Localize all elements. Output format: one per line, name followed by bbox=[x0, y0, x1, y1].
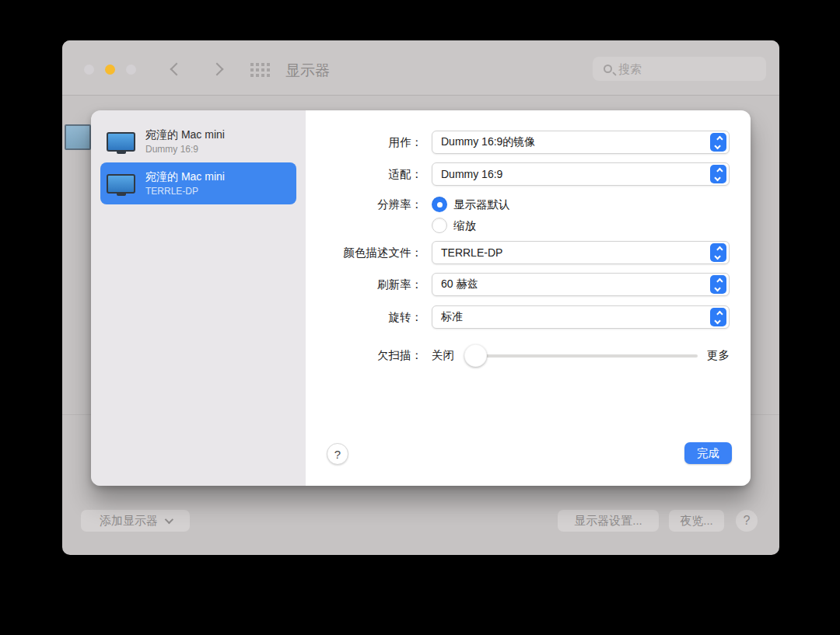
rotation-value: 标准 bbox=[441, 310, 463, 324]
zoom-button[interactable] bbox=[126, 65, 136, 75]
back-icon[interactable] bbox=[170, 63, 184, 76]
optimize-for-label: 适配： bbox=[306, 167, 422, 182]
refresh-rate-label: 刷新率： bbox=[306, 277, 422, 292]
display-list-sidebar: 宛潼的 Mac mini Dummy 16:9 宛潼的 Mac mini TER… bbox=[91, 110, 306, 486]
slider-knob[interactable] bbox=[464, 344, 487, 367]
rotation-dropdown[interactable]: 标准 bbox=[432, 305, 730, 329]
color-profile-label: 颜色描述文件： bbox=[306, 246, 422, 260]
search-field[interactable] bbox=[593, 57, 766, 81]
refresh-rate-value: 60 赫兹 bbox=[441, 277, 478, 291]
underscan-label: 欠扫描： bbox=[306, 348, 422, 363]
night-shift-label: 夜览... bbox=[680, 514, 713, 529]
display-settings-button[interactable]: 显示器设置... bbox=[558, 510, 659, 532]
add-display-button[interactable]: 添加显示器 bbox=[81, 510, 190, 532]
use-as-dropdown[interactable]: Dummy 16:9的镜像 bbox=[432, 131, 730, 154]
resolution-scaled-label: 缩放 bbox=[453, 218, 476, 233]
use-as-label: 用作： bbox=[306, 135, 422, 150]
displays-preferences-window: 显示器 添加显示器 显示器设置... 夜览... ? 宛潼的 Mac mini … bbox=[62, 40, 779, 555]
color-profile-value: TERRLE-DP bbox=[441, 246, 502, 259]
stepper-icon bbox=[710, 165, 726, 183]
display-subtitle: Dummy 16:9 bbox=[145, 144, 225, 155]
stepper-icon bbox=[710, 308, 726, 326]
display-list-item-dummy[interactable]: 宛潼的 Mac mini Dummy 16:9 bbox=[100, 120, 296, 162]
use-as-value: Dummy 16:9的镜像 bbox=[441, 135, 535, 149]
refresh-rate-dropdown[interactable]: 60 赫兹 bbox=[432, 273, 730, 296]
stepper-icon bbox=[710, 133, 726, 152]
underscan-max-label: 更多 bbox=[707, 348, 730, 363]
resolution-default-radio[interactable] bbox=[432, 197, 447, 212]
display-settings-label: 显示器设置... bbox=[574, 514, 642, 529]
display-list-item-terrle[interactable]: 宛潼的 Mac mini TERRLE-DP bbox=[100, 162, 296, 204]
display-icon bbox=[107, 132, 135, 152]
sheet-help-button[interactable]: ? bbox=[327, 443, 348, 465]
search-icon bbox=[604, 65, 612, 73]
stepper-icon bbox=[710, 275, 726, 294]
rotation-label: 旋转： bbox=[306, 310, 422, 325]
optimize-for-value: Dummy 16:9 bbox=[441, 168, 502, 180]
minimize-button[interactable] bbox=[105, 65, 115, 75]
traffic-lights bbox=[84, 65, 136, 75]
search-input[interactable] bbox=[618, 62, 743, 75]
chevron-down-icon bbox=[165, 515, 173, 524]
stepper-icon bbox=[710, 243, 726, 262]
display-icon bbox=[107, 174, 135, 194]
display-options-sheet: 宛潼的 Mac mini Dummy 16:9 宛潼的 Mac mini TER… bbox=[91, 110, 751, 486]
display-options-panel: 用作： Dummy 16:9的镜像 适配： Dummy 16:9 bbox=[306, 110, 751, 486]
slider-track[interactable] bbox=[475, 354, 698, 358]
night-shift-button[interactable]: 夜览... bbox=[669, 510, 724, 532]
done-button-label: 完成 bbox=[697, 446, 719, 461]
window-help-button[interactable]: ? bbox=[736, 510, 758, 532]
color-profile-dropdown[interactable]: TERRLE-DP bbox=[432, 241, 730, 264]
close-button[interactable] bbox=[84, 65, 94, 75]
resolution-scaled-radio[interactable] bbox=[432, 218, 447, 233]
toolbar: 显示器 bbox=[62, 40, 779, 96]
display-subtitle: TERRLE-DP bbox=[145, 186, 225, 197]
display-title: 宛潼的 Mac mini bbox=[145, 128, 225, 142]
show-all-grid-icon[interactable] bbox=[250, 63, 254, 66]
optimize-for-dropdown[interactable]: Dummy 16:9 bbox=[432, 162, 730, 186]
forward-icon[interactable] bbox=[211, 63, 224, 76]
done-button[interactable]: 完成 bbox=[684, 442, 732, 464]
resolution-default-label: 显示器默认 bbox=[453, 197, 510, 212]
underscan-slider[interactable] bbox=[464, 344, 698, 367]
add-display-label: 添加显示器 bbox=[100, 514, 158, 529]
underscan-min-label: 关闭 bbox=[432, 348, 454, 363]
resolution-label: 分辨率： bbox=[306, 197, 422, 212]
sheet-help-label: ? bbox=[334, 448, 341, 461]
window-help-label: ? bbox=[744, 514, 751, 528]
display-arrangement-thumbnail bbox=[65, 124, 91, 150]
window-title: 显示器 bbox=[285, 61, 330, 81]
display-title: 宛潼的 Mac mini bbox=[145, 170, 225, 184]
